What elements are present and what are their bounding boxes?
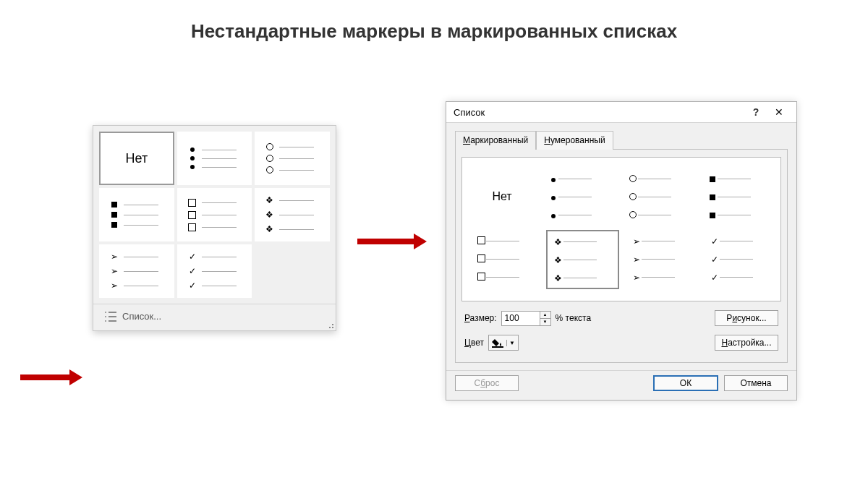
color-label: Цвет (464, 338, 484, 348)
preview-dot[interactable] (540, 168, 616, 226)
size-input-field[interactable] (502, 312, 540, 325)
picture-button[interactable]: Рисунок... (715, 310, 778, 326)
list-dialog: Список ? ✕ Маркированный Нумерованный Не… (446, 101, 797, 401)
list-icon (105, 312, 116, 322)
preview-frame: Нет (461, 157, 781, 301)
preview-check[interactable]: ✓ ✓ ✓ (702, 230, 775, 288)
none-label: Нет (126, 151, 148, 166)
page-title: Нестандартные маркеры в маркированных сп… (0, 20, 868, 43)
list-more-button[interactable]: Список... (101, 308, 328, 325)
arrow-to-list (20, 374, 69, 380)
paint-bucket-icon (492, 338, 503, 348)
bullet-option-square-filled[interactable] (99, 188, 174, 241)
preview-sq-outline[interactable] (468, 230, 542, 288)
svg-rect-0 (492, 346, 503, 348)
color-picker[interactable]: ▼ (488, 335, 519, 351)
tab-numbered[interactable]: Нумерованный (536, 131, 613, 150)
size-label: Размер: (464, 313, 497, 323)
tab-panel: Нет (455, 149, 788, 363)
spin-down[interactable]: ▼ (540, 319, 550, 325)
arrow-to-dialog (357, 239, 414, 244)
help-button[interactable]: ? (744, 106, 767, 118)
size-unit: % текста (556, 313, 591, 323)
spin-up[interactable]: ▲ (540, 312, 550, 319)
bullet-option-square-outline[interactable] (177, 188, 252, 241)
bullet-option-dot[interactable] (177, 132, 252, 185)
bullet-option-check[interactable]: ✓ ✓ ✓ (177, 244, 252, 298)
tab-bulleted[interactable]: Маркированный (455, 131, 536, 150)
bullet-library-popup: Нет ❖ ❖ ❖ ➢ ➢ ➢ (93, 125, 336, 331)
bullet-option-diamond4[interactable]: ❖ ❖ ❖ (255, 188, 330, 241)
cancel-button[interactable]: Отмена (724, 375, 788, 391)
close-button[interactable]: ✕ (767, 106, 791, 118)
preview-sq-filled[interactable] (699, 168, 775, 226)
titlebar: Список ? ✕ (446, 102, 796, 123)
list-more-label: Список... (122, 311, 161, 322)
customize-button[interactable]: Настройка... (715, 335, 778, 351)
bullet-option-none[interactable]: Нет (99, 132, 174, 185)
reset-button[interactable]: Сброс (455, 375, 519, 391)
chevron-down-icon: ▼ (506, 340, 515, 346)
preview-arrowhead[interactable]: ➢ ➢ ➢ (624, 230, 697, 288)
resize-handle[interactable] (327, 322, 334, 329)
ok-button[interactable]: ОК (653, 375, 718, 391)
preview-diamond4[interactable]: ❖ ❖ ❖ (546, 230, 620, 289)
dialog-title: Список (454, 107, 485, 118)
preview-circle[interactable] (620, 168, 695, 226)
bullet-option-circle[interactable] (255, 132, 330, 185)
preview-none[interactable]: Нет (468, 168, 536, 226)
bullet-option-arrowhead[interactable]: ➢ ➢ ➢ (99, 244, 174, 298)
size-input[interactable]: ▲ ▼ (501, 311, 551, 326)
